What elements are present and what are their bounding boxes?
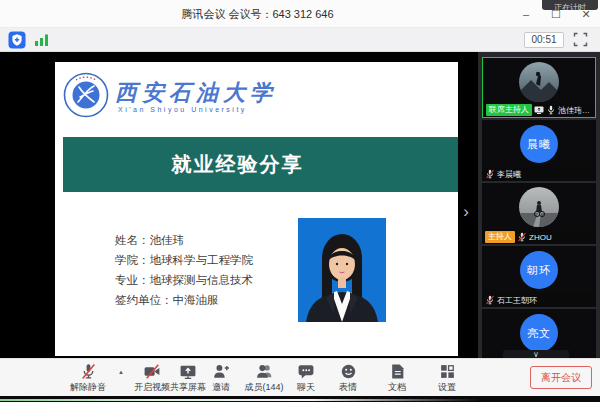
chat-button[interactable]: 聊天 bbox=[284, 363, 328, 394]
meeting-timer: 00:51 bbox=[524, 32, 564, 48]
participants-sidebar: 联席主持人 池佳玮的... 晨曦 bbox=[478, 52, 600, 362]
security-shield-icon[interactable] bbox=[8, 31, 26, 49]
participant-namebar: 联席主持人 池佳玮的... bbox=[483, 103, 595, 117]
mic-muted-icon bbox=[485, 295, 495, 305]
avatar-photo-mountain bbox=[519, 62, 559, 102]
screen-share-icon bbox=[534, 105, 544, 115]
unmute-button[interactable]: 解除静音 bbox=[62, 363, 114, 394]
meeting-window: 腾讯会议 会议号：643 312 646 – ☐ ✕ 正在计时 00:51 bbox=[0, 0, 600, 402]
avatar-initials: 朝环 bbox=[520, 251, 558, 289]
info-major: 专业：地球探测与信息技术 bbox=[115, 270, 253, 290]
mic-muted-icon bbox=[80, 363, 97, 380]
unmute-label: 解除静音 bbox=[70, 381, 106, 394]
invite-person-icon bbox=[212, 363, 230, 380]
minimize-button[interactable]: – bbox=[518, 8, 534, 20]
mic-options-arrow[interactable]: ▲ bbox=[118, 369, 124, 375]
university-logo bbox=[63, 72, 109, 118]
participant-name: ZHOU bbox=[529, 233, 593, 242]
title-bar: 腾讯会议 会议号：643 312 646 – ☐ ✕ 正在计时 bbox=[0, 0, 600, 28]
avatar-initials: 晨曦 bbox=[520, 125, 558, 163]
docs-label: 文档 bbox=[388, 381, 406, 394]
slide-title-banner: 就业经验分享 bbox=[63, 137, 458, 192]
info-name: 姓名：池佳玮 bbox=[115, 230, 253, 250]
leave-meeting-button[interactable]: 离开会议 bbox=[530, 366, 592, 389]
participant-name: 李晨曦 bbox=[497, 169, 593, 180]
camera-off-icon bbox=[143, 363, 162, 380]
university-name-en: Xi'an Shiyou University bbox=[118, 106, 247, 113]
recording-tooltip: 正在计时 bbox=[542, 0, 598, 10]
network-signal-icon[interactable] bbox=[34, 33, 50, 47]
participant-namebar: 石工王朝环 bbox=[482, 293, 596, 307]
university-name-cn: 西安石油大学 bbox=[115, 78, 277, 108]
bottom-edge-strip bbox=[0, 396, 600, 402]
avatar-photo-cyclist bbox=[519, 187, 559, 227]
collapse-sidebar-arrow[interactable]: › bbox=[458, 200, 474, 226]
settings-label: 设置 bbox=[438, 381, 456, 394]
participant-tile-chijiawei[interactable]: 联席主持人 池佳玮的... bbox=[482, 57, 596, 118]
window-title: 腾讯会议 会议号：643 312 646 bbox=[0, 0, 600, 28]
avatar-initials: 亮文 bbox=[520, 314, 558, 352]
slide-title: 就业经验分享 bbox=[172, 151, 350, 178]
participant-tile-lichenxi[interactable]: 晨曦 李晨曦 bbox=[482, 120, 596, 181]
invite-label: 邀请 bbox=[212, 381, 230, 394]
info-college: 学院：地球科学与工程学院 bbox=[115, 250, 253, 270]
participant-tile-wangchaohuan[interactable]: 朝环 石工王朝环 bbox=[482, 246, 596, 307]
participant-tile-zhou[interactable]: 主持人 ZHOU bbox=[482, 183, 596, 244]
host-badge: 主持人 bbox=[485, 231, 515, 243]
settings-grid-icon bbox=[439, 363, 456, 380]
share-screen-icon bbox=[179, 363, 197, 380]
docs-button[interactable]: 文档 bbox=[375, 363, 419, 394]
student-info: 姓名：池佳玮 学院：地球科学与工程学院 专业：地球探测与信息技术 签约单位：中海… bbox=[115, 230, 253, 310]
participant-namebar: 主持人 ZHOU bbox=[482, 230, 596, 244]
participant-name: 石工王朝环 bbox=[497, 295, 593, 306]
mic-on-icon bbox=[546, 105, 556, 115]
status-bar: 00:51 bbox=[0, 28, 600, 52]
cohost-badge: 联席主持人 bbox=[486, 104, 532, 116]
emoji-smiley-icon bbox=[340, 363, 357, 380]
members-label: 成员(144) bbox=[244, 381, 283, 394]
mic-muted-icon bbox=[485, 169, 495, 179]
emoji-button[interactable]: 表情 bbox=[326, 363, 370, 394]
screen-edge-highlight bbox=[0, 399, 480, 401]
shared-slide: 西安石油大学 Xi'an Shiyou University 就业经验分享 姓名… bbox=[55, 62, 458, 356]
chat-bubble-icon bbox=[297, 363, 315, 380]
fullscreen-icon[interactable] bbox=[573, 32, 588, 47]
mic-muted-icon bbox=[517, 232, 527, 242]
chat-label: 聊天 bbox=[297, 381, 315, 394]
participant-namebar: 李晨曦 bbox=[482, 167, 596, 181]
emoji-label: 表情 bbox=[339, 381, 357, 394]
bottom-toolbar: 解除静音 ▲ 开启视频 ▲ 共享屏幕 bbox=[0, 358, 600, 396]
settings-button[interactable]: 设置 bbox=[425, 363, 469, 394]
participant-name: 池佳玮的... bbox=[558, 105, 592, 116]
document-icon bbox=[390, 363, 405, 380]
student-id-photo bbox=[298, 218, 386, 322]
main-stage: 西安石油大学 Xi'an Shiyou University 就业经验分享 姓名… bbox=[0, 52, 600, 358]
info-employer: 签约单位：中海油服 bbox=[115, 290, 253, 310]
members-icon bbox=[255, 363, 274, 380]
